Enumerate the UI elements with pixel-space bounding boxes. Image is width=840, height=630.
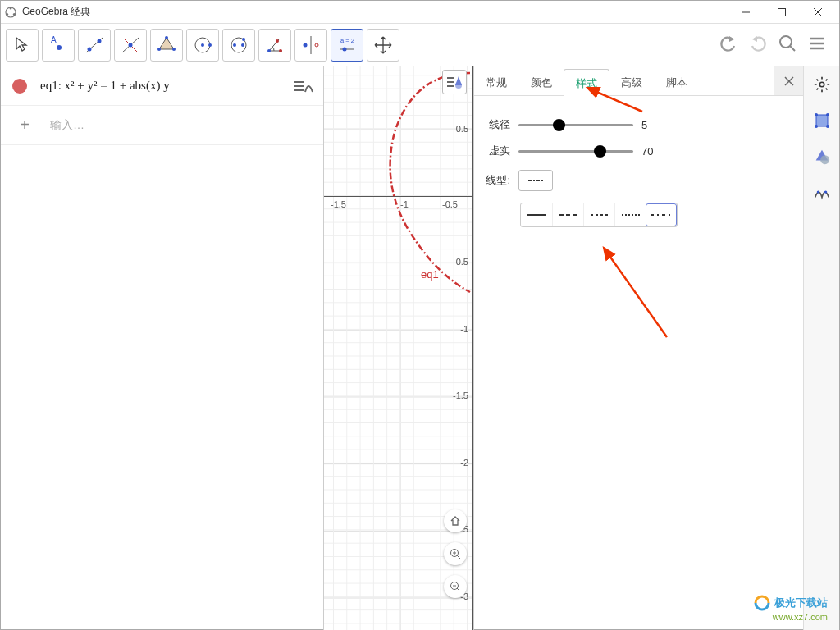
tool-perpendicular[interactable] [114,29,147,62]
tab-advanced[interactable]: 高级 [609,68,655,95]
thickness-label: 线径 [477,117,510,132]
tab-color[interactable]: 颜色 [518,68,564,95]
linetype-dash-dot[interactable] [646,203,677,226]
window-title: GeoGebra 经典 [22,5,90,19]
tool-slider[interactable]: a = 2 [331,29,363,62]
curve-label: eq1 [421,268,439,281]
svg-point-63 [826,125,829,128]
svg-point-26 [242,38,245,41]
add-icon: + [12,113,37,138]
thickness-row: 线径 5 [477,117,795,132]
algebra-row[interactable]: eq1: x² + y² = 1 + abs(x) y [1,66,323,106]
undo-button[interactable] [718,33,739,57]
tool-move-view[interactable] [367,29,399,62]
opacity-slider[interactable] [518,150,633,153]
linetype-dotted[interactable] [614,203,646,226]
tool-angle[interactable] [258,29,291,62]
svg-point-66 [816,190,819,193]
graphics-panel[interactable]: -1.5 -1 -0.5 0.5 -0.5 -1 -1.5 -2 -2.5 -3… [324,66,473,630]
svg-point-62 [815,125,818,128]
svg-point-15 [129,43,133,47]
tabs-bar: 常规 颜色 样式 高级 脚本 [474,66,803,96]
home-button[interactable] [444,509,467,532]
tab-general[interactable]: 常规 [473,68,519,95]
watermark: 极光下载站 www.xz7.com [753,594,828,623]
y-tick: -1.5 [453,390,468,400]
opacity-value: 70 [641,145,666,158]
svg-point-11 [88,47,92,51]
app-window: GeoGebra 经典 A a = 2 eq1: x² + [0,0,840,630]
zoom-out-button[interactable] [444,575,467,598]
svg-point-24 [233,43,236,47]
svg-point-36 [780,36,792,48]
right-sidebar [803,66,839,630]
algebra-input[interactable]: 输入… [50,118,84,133]
svg-point-32 [315,43,318,47]
svg-point-28 [279,49,282,52]
linetype-solid[interactable] [521,203,552,226]
shape-icon[interactable] [810,145,833,168]
algebra-panel: eq1: x² + y² = 1 + abs(x) y + 输入… [1,66,324,630]
svg-point-19 [158,48,161,51]
menu-button[interactable] [806,33,828,57]
tool-polygon[interactable] [150,29,183,62]
panel-close-button[interactable] [774,66,803,95]
y-tick: -0.5 [453,257,468,267]
tool-move[interactable] [6,29,39,62]
svg-point-3 [6,13,8,16]
svg-point-58 [819,82,824,87]
redo-button[interactable] [747,33,769,57]
svg-line-54 [457,588,460,591]
toolbar: A a = 2 [1,24,839,66]
tool-point[interactable]: A [42,29,75,62]
zoom-in-button[interactable] [444,542,467,565]
object-icon[interactable] [810,109,833,132]
svg-point-17 [165,36,168,39]
svg-point-60 [815,113,818,116]
svg-rect-59 [816,115,828,126]
y-tick: -1 [460,324,468,334]
x-tick: -1.5 [331,199,346,209]
settings-icon[interactable] [810,73,833,96]
tab-style[interactable]: 样式 [564,69,609,96]
main-area: eq1: x² + y² = 1 + abs(x) y + 输入… -1.5 -… [1,66,839,630]
linetype-short-dash[interactable] [583,203,614,226]
tool-line[interactable] [78,29,111,62]
function-icon[interactable] [810,181,833,204]
row-options-button[interactable] [287,73,318,99]
minimize-button[interactable] [728,1,764,24]
thickness-slider[interactable] [518,124,633,126]
opacity-label: 虚实 [477,144,510,158]
y-tick: 0.5 [456,124,468,134]
maximize-button[interactable] [764,1,800,24]
watermark-icon [753,594,771,612]
equation-text: eq1: x² + y² = 1 + abs(x) y [40,79,170,93]
svg-point-31 [304,43,308,47]
svg-point-22 [208,43,212,47]
tool-reflect[interactable] [294,29,327,62]
svg-point-18 [172,48,176,51]
slider-thumb[interactable] [553,119,565,131]
linetype-dashed[interactable] [552,203,583,226]
visibility-toggle[interactable] [12,79,27,94]
svg-point-48 [455,82,462,89]
slider-thumb[interactable] [594,145,606,158]
linetype-options [520,203,678,227]
svg-line-50 [457,555,460,559]
svg-text:A: A [51,35,57,44]
linetype-current[interactable] [518,170,553,191]
tool-circle[interactable] [186,29,219,62]
svg-point-21 [201,43,204,47]
svg-rect-5 [778,8,786,16]
search-icon[interactable] [777,33,798,57]
svg-point-65 [820,155,829,164]
tab-script[interactable]: 脚本 [654,68,700,95]
svg-line-37 [790,46,795,51]
x-axis [324,196,473,197]
tool-ellipse[interactable] [222,29,255,62]
graphics-style-button[interactable] [442,70,467,94]
style-tab-body: 线径 5 虚实 70 线型: [474,96,803,237]
algebra-input-row[interactable]: + 输入… [1,106,323,145]
close-button[interactable] [800,1,836,24]
svg-point-12 [98,39,102,43]
